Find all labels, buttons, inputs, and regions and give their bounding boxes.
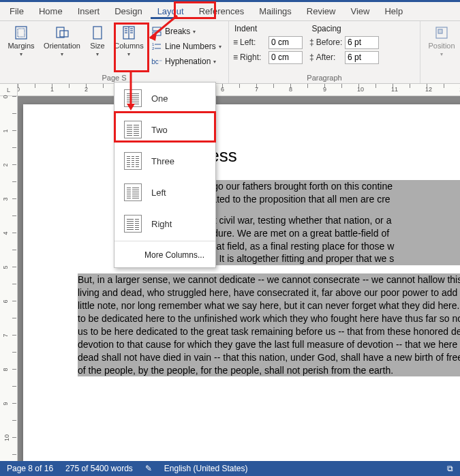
status-page[interactable]: Page 8 of 16	[7, 464, 53, 473]
position-label: Position	[428, 42, 455, 50]
svg-rect-20	[438, 29, 442, 33]
tab-insert[interactable]: Insert	[71, 3, 107, 19]
ribbon: Margins ▾ Orientation ▾ Size ▾ Columns ▾…	[0, 21, 460, 84]
chevron-down-icon: ▾	[213, 59, 216, 65]
margins-icon	[14, 25, 29, 40]
status-words[interactable]: 275 of 5400 words	[65, 464, 133, 473]
chevron-down-icon: ▾	[219, 44, 221, 50]
indent-right-label: ≡Right:	[233, 53, 266, 62]
chevron-down-icon: ▾	[61, 51, 63, 57]
status-language[interactable]: English (United States)	[164, 464, 248, 473]
orientation-label: Orientation	[44, 42, 80, 50]
hyphenation-label: Hyphenation	[165, 57, 211, 66]
three-column-icon	[124, 152, 142, 170]
tab-file[interactable]: File	[3, 3, 31, 19]
indent-left-label: ≡Left:	[233, 38, 266, 47]
size-icon	[90, 25, 105, 40]
columns-option-left[interactable]: Left	[114, 177, 215, 208]
one-column-icon	[124, 89, 142, 107]
ribbon-tabs: File Home Insert Design Layout Reference…	[0, 2, 460, 21]
tab-view[interactable]: View	[343, 3, 376, 19]
columns-label: Columns	[114, 42, 143, 50]
tab-mailings[interactable]: Mailings	[252, 3, 298, 19]
left-label: Left	[151, 188, 166, 198]
breaks-icon	[151, 26, 162, 37]
spacing-before-input[interactable]	[345, 36, 379, 49]
left-column-icon	[124, 183, 142, 201]
margins-button[interactable]: Margins ▾	[4, 24, 38, 69]
group-page-setup: Margins ▾ Orientation ▾ Size ▾ Columns ▾…	[0, 21, 229, 83]
chevron-down-icon: ▾	[193, 29, 196, 35]
indent-left-icon: ≡	[233, 38, 238, 47]
group-name-page-setup: Page S	[4, 74, 224, 82]
vertical-ruler[interactable]: 01234567891011121314	[0, 96, 18, 461]
columns-icon	[121, 25, 136, 40]
indent-header: Indent	[234, 24, 257, 33]
group-name-paragraph: Paragraph	[233, 74, 416, 82]
svg-rect-14	[153, 32, 161, 35]
line-numbers-button[interactable]: 12Line Numbers ▾	[149, 39, 224, 54]
one-label: One	[151, 93, 168, 104]
indent-left-input[interactable]	[269, 36, 303, 49]
columns-option-three[interactable]: Three	[114, 145, 215, 177]
position-icon	[434, 25, 449, 40]
tab-design[interactable]: Design	[108, 3, 149, 19]
chevron-down-icon: ▾	[96, 51, 99, 57]
more-columns-label: More Columns...	[144, 250, 204, 260]
svg-text:2: 2	[152, 46, 155, 50]
orientation-icon	[55, 25, 70, 40]
tab-home[interactable]: Home	[32, 3, 70, 19]
tab-references[interactable]: References	[192, 3, 251, 19]
svg-rect-1	[18, 29, 25, 37]
tab-layout[interactable]: Layout	[151, 3, 191, 19]
position-button[interactable]: Position ▾	[425, 24, 459, 59]
status-proofing-icon[interactable]: ✎	[145, 464, 152, 473]
orientation-button[interactable]: Orientation ▾	[41, 24, 83, 69]
tab-help[interactable]: Help	[378, 3, 410, 19]
horizontal-ruler[interactable]: 01234567891011121314	[18, 84, 460, 96]
group-arrange: Position ▾	[420, 21, 460, 83]
status-bar: Page 8 of 16 275 of 5400 words ✎ English…	[0, 461, 460, 476]
spacing-after-label: ‡After:	[309, 53, 342, 62]
dropdown-separator	[114, 241, 215, 241]
breaks-label: Breaks	[165, 27, 190, 36]
margins-label: Margins	[7, 42, 34, 50]
two-column-icon	[124, 121, 142, 138]
chevron-down-icon: ▾	[440, 51, 443, 57]
size-button[interactable]: Size ▾	[86, 24, 109, 69]
document-area[interactable]: g Address even years ago our fathers bro…	[18, 96, 460, 461]
columns-option-one[interactable]: One	[114, 83, 215, 114]
columns-option-two[interactable]: Two	[114, 114, 215, 145]
hyphenation-icon: bc⁻	[151, 56, 162, 67]
status-display-settings-icon[interactable]: ⧉	[447, 464, 453, 473]
selected-text-p3[interactable]: But, in a larger sense, we cannot dedica…	[78, 273, 460, 376]
breaks-button[interactable]: Breaks ▾	[149, 24, 224, 39]
line-numbers-icon: 12	[151, 41, 162, 52]
chevron-down-icon: ▾	[127, 51, 130, 57]
page: g Address even years ago our fathers bro…	[23, 104, 460, 461]
svg-rect-13	[153, 27, 161, 31]
indent-right-icon: ≡	[233, 53, 238, 62]
ruler-corner: L	[0, 84, 18, 96]
hyphenation-button[interactable]: bc⁻Hyphenation ▾	[149, 54, 224, 69]
more-columns-option[interactable]: More Columns...	[114, 243, 215, 267]
right-column-icon	[124, 215, 142, 233]
columns-button[interactable]: Columns ▾	[112, 24, 146, 69]
spacing-after-input[interactable]	[345, 51, 379, 64]
more-columns-icon	[124, 248, 138, 262]
spacing-after-icon: ‡	[309, 53, 314, 62]
line-numbers-label: Line Numbers	[165, 42, 216, 51]
tab-review[interactable]: Review	[300, 3, 343, 19]
indent-right-input[interactable]	[269, 51, 303, 64]
spacing-before-label: ‡Before:	[309, 38, 342, 47]
chevron-down-icon: ▾	[20, 51, 22, 57]
group-paragraph: Indent Spacing ≡Left: ≡Right: ‡Before: ‡…	[229, 21, 420, 83]
spacing-header: Spacing	[311, 24, 341, 33]
svg-rect-4	[93, 27, 102, 39]
columns-dropdown: One Two Three Left Right More Columns...	[114, 82, 216, 268]
right-label: Right	[151, 219, 172, 229]
three-label: Three	[151, 156, 174, 166]
spacing-before-icon: ‡	[309, 38, 314, 47]
size-label: Size	[90, 42, 104, 50]
columns-option-right[interactable]: Right	[114, 208, 215, 239]
